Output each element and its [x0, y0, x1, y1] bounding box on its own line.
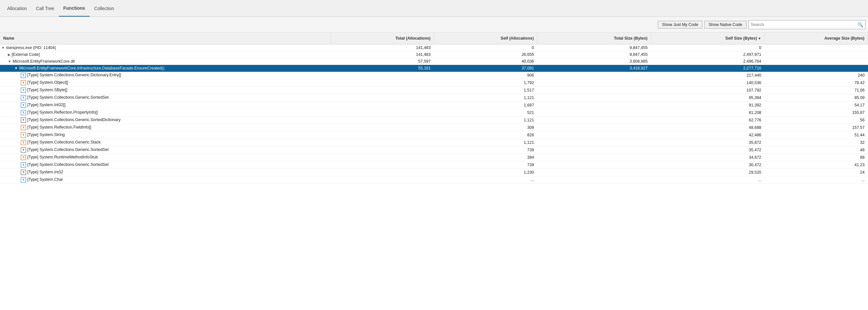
- cell-self-alloc: 40,036: [434, 58, 537, 65]
- table-row[interactable]: T[Type] System.Object[]1,792140,53678.42: [0, 79, 868, 87]
- cell-total-size: [537, 101, 651, 109]
- table-row[interactable]: ▼Microsoft.EntityFrameworkCore.Infrastru…: [0, 65, 868, 71]
- col-header-total-alloc[interactable]: Total (Allocations): [331, 32, 434, 44]
- show-native-code-button[interactable]: Show Native Code: [704, 21, 746, 29]
- cell-self-size: 62,776: [651, 116, 765, 124]
- cell-total-size: [537, 124, 651, 131]
- cell-self-alloc: 1,121: [434, 139, 537, 146]
- data-table: Name Total (Allocations) Self (Allocatio…: [0, 32, 868, 184]
- tree-expander[interactable]: ▼: [8, 59, 11, 63]
- cell-self-alloc: 26,655: [434, 51, 537, 58]
- cell-name: T[Type] System.Reflection.PropertyInfo[]: [0, 109, 331, 116]
- search-icon-button[interactable]: 🔍: [858, 22, 863, 27]
- cell-name: T[Type] System.Reflection.FieldInfo[]: [0, 124, 331, 131]
- table-row[interactable]: T[Type] System.Int32[]1,68791,39254.17: [0, 101, 868, 109]
- type-icon: T: [21, 170, 26, 175]
- table-row[interactable]: T[Type] System.String82642,48651.44: [0, 131, 868, 139]
- cell-self-size: 107,792: [651, 87, 765, 94]
- tree-expander[interactable]: ▼: [1, 46, 5, 50]
- table-row[interactable]: ▼iisexpress.exe (PID: 11404)141,48309,84…: [0, 44, 868, 51]
- cell-total-size: [537, 169, 651, 176]
- table-row[interactable]: T[Type] System.Collections.Generic.Sorte…: [0, 146, 868, 153]
- cell-total-size: 3,608,885: [537, 58, 651, 65]
- tab-functions[interactable]: Functions: [59, 0, 90, 16]
- cell-total-alloc: [331, 153, 434, 161]
- cell-name: T[Type] System.Collections.Generic.Sorte…: [0, 94, 331, 101]
- col-header-self-alloc[interactable]: Self (Allocations): [434, 32, 537, 44]
- cell-self-size: 217,440: [651, 71, 765, 79]
- tree-expander[interactable]: ▼: [14, 66, 18, 70]
- cell-total-size: [537, 94, 651, 101]
- cell-self-size: 42,486: [651, 131, 765, 139]
- cell-self-alloc: 1,792: [434, 79, 537, 87]
- type-icon: T: [21, 140, 26, 145]
- cell-self-size: 2,277,716: [651, 65, 765, 71]
- cell-total-alloc: [331, 94, 434, 101]
- table-row[interactable]: T[Type] System.Char.........: [0, 176, 868, 183]
- cell-avg-size: 240: [765, 71, 868, 79]
- type-icon: T: [21, 132, 26, 138]
- cell-name: T[Type] System.Int32[]: [0, 101, 331, 109]
- cell-self-size: 91,392: [651, 101, 765, 109]
- cell-self-size: 34,672: [651, 153, 765, 161]
- cell-total-alloc: [331, 101, 434, 109]
- table-row[interactable]: T[Type] System.Reflection.PropertyInfo[]…: [0, 109, 868, 116]
- cell-name-text: [Type] System.Int32: [27, 170, 63, 174]
- table-row[interactable]: T[Type] System.SByte[]1,517107,79271.06: [0, 87, 868, 94]
- cell-name: T[Type] System.Int32: [0, 169, 331, 176]
- cell-total-size: [537, 109, 651, 116]
- table-row[interactable]: ▼Microsoft.EntityFrameworkCore.dll57,597…: [0, 58, 868, 65]
- search-input[interactable]: [751, 22, 858, 27]
- cell-avg-size: 41.23: [765, 161, 868, 169]
- tree-expander[interactable]: ▶: [8, 53, 10, 57]
- cell-name: T[Type] System.Collections.Generic.Dicti…: [0, 71, 331, 79]
- table-row[interactable]: T[Type] System.RuntimeMethodInfoStub3943…: [0, 153, 868, 161]
- type-icon: T: [21, 155, 26, 160]
- table-row[interactable]: ▶[External Code]141,48326,6559,847,4552,…: [0, 51, 868, 58]
- table-row[interactable]: T[Type] System.Int321,23029,52024: [0, 169, 868, 176]
- cell-self-size: 29,520: [651, 169, 765, 176]
- show-just-my-code-button[interactable]: Show Just My Code: [658, 21, 702, 29]
- cell-total-size: 3,418,927: [537, 65, 651, 71]
- cell-avg-size: 54.17: [765, 101, 868, 109]
- cell-avg-size: 78.42: [765, 79, 868, 87]
- cell-name: T[Type] System.SByte[]: [0, 87, 331, 94]
- cell-total-alloc: [331, 161, 434, 169]
- cell-self-alloc: 0: [434, 44, 537, 51]
- cell-total-alloc: 55,161: [331, 65, 434, 71]
- table-row[interactable]: T[Type] System.Collections.Generic.Sorte…: [0, 94, 868, 101]
- cell-name-text: Microsoft.EntityFrameworkCore.Infrastruc…: [19, 66, 164, 70]
- col-header-total-size[interactable]: Total Size (Bytes): [537, 32, 651, 44]
- cell-name-text: [Type] System.Collections.Generic.Sorted…: [27, 95, 108, 100]
- tab-call-tree[interactable]: Call Tree: [32, 0, 59, 16]
- cell-total-alloc: [331, 124, 434, 131]
- cell-self-size: 2,497,971: [651, 51, 765, 58]
- cell-name-text: [Type] System.Reflection.FieldInfo[]: [27, 125, 91, 130]
- type-icon: T: [21, 147, 26, 152]
- cell-self-size: 95,384: [651, 94, 765, 101]
- cell-avg-size: [765, 44, 868, 51]
- col-header-avg-size[interactable]: Average Size (Bytes): [765, 32, 868, 44]
- table-row[interactable]: T[Type] System.Collections.Generic.Dicti…: [0, 71, 868, 79]
- col-header-self-size[interactable]: Self Size (Bytes): [651, 32, 765, 44]
- cell-self-size: 35,472: [651, 146, 765, 153]
- cell-total-size: [537, 131, 651, 139]
- col-header-name[interactable]: Name: [0, 32, 331, 44]
- cell-total-alloc: [331, 116, 434, 124]
- table-row[interactable]: T[Type] System.Reflection.FieldInfo[]309…: [0, 124, 868, 131]
- toolbar: Show Just My Code Show Native Code 🔍: [0, 17, 868, 32]
- cell-total-alloc: [331, 109, 434, 116]
- table-row[interactable]: T[Type] System.Collections.Generic.Stack…: [0, 139, 868, 146]
- cell-self-alloc: 826: [434, 131, 537, 139]
- table-row[interactable]: T[Type] System.Collections.Generic.Sorte…: [0, 116, 868, 124]
- table-row[interactable]: T[Type] System.Collections.Generic.Sorte…: [0, 161, 868, 169]
- type-icon: T: [21, 103, 26, 108]
- cell-total-size: 9,847,455: [537, 44, 651, 51]
- tab-allocation[interactable]: Allocation: [3, 0, 32, 16]
- tab-collection[interactable]: Collection: [90, 0, 119, 16]
- table-container[interactable]: Name Total (Allocations) Self (Allocatio…: [0, 32, 868, 310]
- cell-name-text: [Type] System.Collections.Generic.Sorted…: [27, 162, 108, 167]
- cell-total-alloc: [331, 79, 434, 87]
- cell-self-alloc: 37,081: [434, 65, 537, 71]
- type-icon: T: [21, 80, 26, 85]
